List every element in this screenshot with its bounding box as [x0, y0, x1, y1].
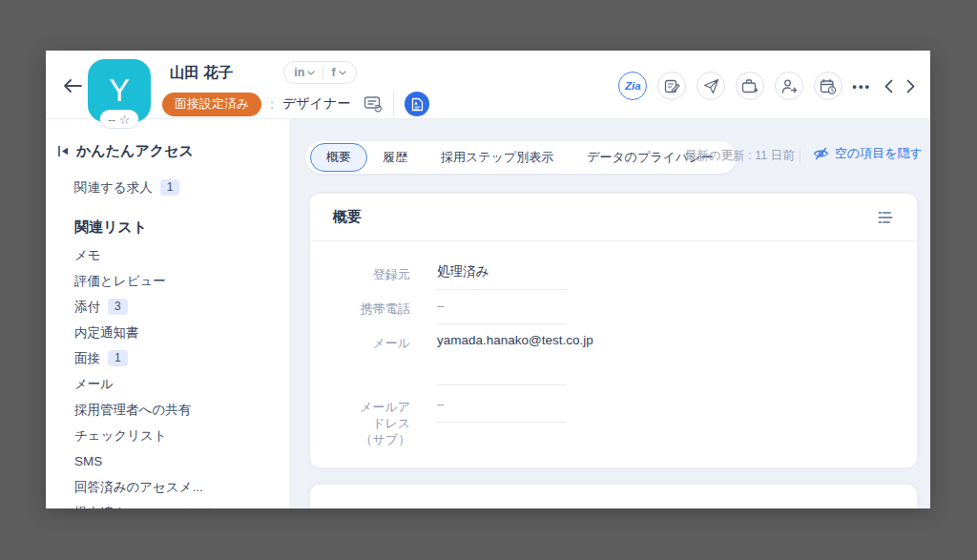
count-badge: 3 — [108, 299, 128, 315]
linkedin-button[interactable]: in — [294, 66, 315, 79]
quick-access-header: かんたんアクセス — [46, 140, 290, 161]
field-value-secondary-email[interactable]: – — [437, 397, 567, 423]
tab-timeline[interactable]: 履歴 — [383, 149, 407, 166]
next-card — [310, 485, 917, 508]
sidebar-item-notes[interactable]: メモ — [46, 242, 290, 268]
record-summary: 山田 花子 in f — [162, 61, 429, 116]
count-badge: 1 — [108, 350, 128, 366]
sidebar-item-label: メール — [74, 376, 114, 393]
overview-fields: 登録元 処理済み 携帯電話 – メール yamada.hanako@test.c… — [310, 241, 917, 447]
note-edit-icon — [664, 78, 680, 94]
card-title: 概要 — [333, 208, 362, 226]
rating-pill[interactable]: -- ☆ — [100, 110, 139, 129]
related-list-title: 関連リスト — [46, 216, 290, 239]
sidebar-item-clipped[interactable]: 提出済みのアセスメント — [46, 500, 290, 508]
social-divider — [322, 66, 323, 79]
sidebar-item-related-jobs[interactable]: 関連する求人 1 — [46, 175, 290, 200]
hide-empty-fields-button[interactable]: 空の項目を隠す — [813, 145, 923, 162]
field-label: メールア ドレス （サブ） — [333, 397, 410, 447]
record-tabbar: 概要 履歴 採用ステップ別表示 データのプライバシー — [305, 141, 737, 174]
back-button[interactable] — [63, 76, 86, 95]
sidebar-item-attachments[interactable]: 添付3 — [46, 294, 290, 320]
overview-card-header: 概要 — [310, 194, 917, 241]
related-list: メモ 評価とレビュー 添付3 内定通知書 面接1 メール 採用管理者への共有 チ… — [46, 242, 290, 508]
avatar[interactable]: Y -- ☆ — [88, 59, 151, 122]
avatar-letter: Y — [109, 73, 130, 109]
organize-fields-icon — [877, 210, 894, 225]
interview-status-badge[interactable]: 面接設定済み — [162, 93, 261, 116]
back-arrow-icon — [63, 78, 82, 93]
field-row-source: 登録元 処理済み — [333, 264, 894, 290]
job-title: デザイナー — [282, 95, 350, 113]
field-row-secondary-email: メールア ドレス （サブ） – — [333, 397, 894, 447]
sidebar-item-share-hiring-manager[interactable]: 採用管理者への共有 — [46, 397, 290, 423]
sidebar-item-emails[interactable]: メール — [46, 371, 290, 397]
tab-overview[interactable]: 概要 — [310, 143, 367, 172]
chevron-right-icon — [906, 79, 915, 93]
sidebar-item-label: チェックリスト — [74, 427, 167, 445]
field-value-mobile[interactable]: – — [437, 299, 567, 324]
chevron-down-icon — [339, 71, 346, 75]
field-value-source[interactable]: 処理済み — [437, 264, 567, 290]
resume-icon — [411, 97, 424, 112]
sidebar-item-interviews[interactable]: 面接1 — [46, 345, 290, 371]
sidebar-item-answered-assessments[interactable]: 回答済みのアセスメ... — [46, 474, 290, 500]
facebook-button[interactable]: f — [331, 66, 345, 79]
star-icon[interactable]: ☆ — [119, 114, 131, 126]
record-header: Y -- ☆ 山田 花子 in f — [46, 51, 930, 119]
change-status-button[interactable] — [775, 72, 803, 100]
sidebar-item-label: 採用管理者への共有 — [74, 402, 191, 419]
separator: : — [270, 97, 274, 112]
sidebar-item-label: 関連する求人 — [74, 179, 153, 197]
field-row-mobile: 携帯電話 – — [333, 299, 894, 324]
meta-divider — [800, 149, 800, 163]
eye-off-icon — [813, 147, 829, 160]
status-history-icon[interactable] — [364, 95, 383, 113]
field-label: 登録元 — [333, 264, 410, 282]
associate-job-button[interactable] — [736, 72, 764, 100]
schedule-interview-button[interactable] — [814, 72, 842, 100]
record-detail-main: 概要 履歴 採用ステップ別表示 データのプライバシー 最新の更新 : 11 日前… — [291, 119, 930, 508]
hide-empty-label: 空の項目を隠す — [835, 145, 923, 162]
sidebar-item-checklist[interactable]: チェックリスト — [46, 423, 290, 448]
rating-value: -- — [109, 114, 115, 125]
organize-fields-button[interactable] — [877, 210, 894, 225]
related-list-sidebar: かんたんアクセス 関連する求人 1 関連リスト メモ 評価とレビュー 添付3 内… — [46, 119, 291, 508]
sidebar-item-label: 評価とレビュー — [74, 273, 166, 290]
sidebar-item-label: 提出済みのアセスメント — [74, 505, 218, 509]
send-mail-button[interactable] — [696, 72, 725, 100]
app-window: Y -- ☆ 山田 花子 in f — [46, 51, 930, 508]
sidebar-item-label: SMS — [74, 454, 102, 468]
collapse-panel-icon[interactable] — [57, 145, 70, 157]
next-record-button[interactable] — [906, 79, 915, 93]
sidebar-item-label: 添付 — [74, 299, 100, 316]
chevron-left-icon — [884, 79, 893, 93]
resume-button[interactable] — [405, 92, 429, 116]
social-links: in f — [283, 61, 356, 84]
linkedin-label: in — [294, 66, 304, 79]
sidebar-item-label: 内定通知書 — [74, 324, 139, 342]
sidebar-item-label: 回答済みのアセスメ... — [74, 479, 203, 496]
last-update-text: 最新の更新 : 11 日前 — [685, 148, 795, 164]
overview-card: 概要 登録元 処理済み 携帯電話 — [310, 194, 917, 467]
sidebar-item-label: メモ — [74, 247, 101, 264]
previous-record-button[interactable] — [884, 79, 893, 93]
facebook-label: f — [331, 66, 335, 79]
sidebar-item-ratings-reviews[interactable]: 評価とレビュー — [46, 268, 290, 294]
count-badge: 1 — [160, 179, 180, 196]
sidebar-item-label: 面接 — [74, 350, 100, 367]
calendar-clock-icon — [820, 78, 837, 94]
more-actions-button[interactable]: ••• — [852, 79, 871, 93]
field-label: 携帯電話 — [333, 299, 410, 317]
quick-access-title: かんたんアクセス — [76, 142, 194, 160]
sidebar-item-offer-letter[interactable]: 内定通知書 — [46, 320, 290, 345]
field-label: メール — [333, 333, 410, 351]
add-note-button[interactable] — [657, 72, 686, 100]
zia-button[interactable]: Zia — [618, 72, 647, 100]
briefcase-plus-icon — [741, 78, 759, 94]
field-value-email[interactable]: yamada.hanako@test.co.jp — [437, 333, 567, 385]
tab-hiring-stage-view[interactable]: 採用ステップ別表示 — [441, 149, 553, 166]
chevron-down-icon — [307, 71, 315, 75]
candidate-name: 山田 花子 — [170, 63, 233, 83]
sidebar-item-sms[interactable]: SMS — [46, 448, 290, 474]
